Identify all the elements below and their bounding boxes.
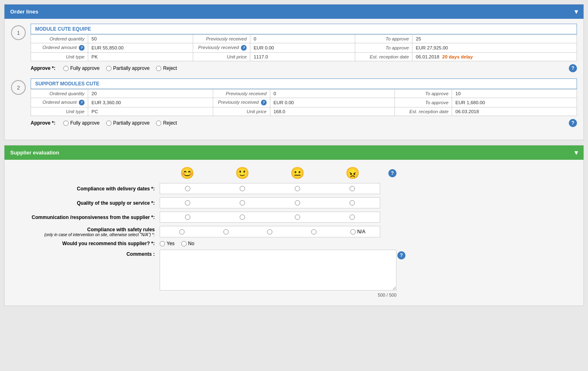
table-row: Unit type PC Unit price 168.0 Est. recep… <box>31 107 577 116</box>
approve-radio-group-2: Fully approve Partially approve Reject <box>63 120 177 126</box>
recommend-yes-radio[interactable] <box>160 241 165 246</box>
supplier-chevron[interactable]: ▾ <box>575 149 578 156</box>
ordered-qty-value-2: 20 <box>88 89 213 98</box>
comments-wrapper: ? 500 / 500 <box>160 250 396 297</box>
line-number-1: 1 <box>11 25 26 40</box>
communication-opt-4[interactable] <box>325 215 380 220</box>
order-line-2: 2 SUPPORT MODULES CUTE Ordered quantity … <box>11 78 577 126</box>
delay-badge-1: 20 days delay <box>442 54 473 59</box>
delivery-radio-4[interactable] <box>350 186 355 191</box>
prev-received-label: Previously received <box>193 35 250 43</box>
comments-help-icon[interactable]: ? <box>397 251 405 259</box>
prev-received-amount-help-icon[interactable]: ? <box>241 45 247 51</box>
approve-help-icon-1[interactable]: ? <box>569 64 577 72</box>
approve-radio-group-1: Fully approve Partially approve Reject <box>63 65 177 71</box>
reject-option-2[interactable]: Reject <box>156 120 177 126</box>
emoji-angry: 😠 <box>345 166 360 180</box>
info-table-1: Ordered quantity 50 Previously received … <box>31 34 577 61</box>
approve-label-2: Approve *: <box>31 120 63 126</box>
communication-opt-1[interactable] <box>160 215 215 220</box>
recommend-no[interactable]: No <box>181 241 194 246</box>
communication-label: Communication /responsiveness from the s… <box>13 215 160 220</box>
unit-price-value-2: 168.0 <box>270 107 395 116</box>
safety-opt-3[interactable] <box>248 229 292 235</box>
safety-opt-1[interactable] <box>160 229 204 235</box>
prev-received-amount-value: EUR 0.00 <box>250 43 355 53</box>
delivery-opt-1[interactable] <box>160 186 215 191</box>
communication-opt-3[interactable] <box>270 215 325 220</box>
quality-radio-1[interactable] <box>185 200 190 206</box>
fully-approve-option-2[interactable]: Fully approve <box>63 120 100 126</box>
partially-approve-radio-1[interactable] <box>106 66 111 71</box>
safety-opt-4[interactable] <box>292 229 336 235</box>
delivery-opt-3[interactable] <box>270 186 325 191</box>
quality-radio-4[interactable] <box>350 200 355 206</box>
recommend-yes[interactable]: Yes <box>160 241 175 246</box>
communication-radio-2[interactable] <box>240 215 245 220</box>
delivery-radio-1[interactable] <box>185 186 190 191</box>
quality-opt-1[interactable] <box>160 200 215 206</box>
comments-textarea[interactable] <box>160 250 396 291</box>
delivery-radio-2[interactable] <box>240 186 245 191</box>
communication-radio-3[interactable] <box>295 215 300 220</box>
reject-radio-2[interactable] <box>156 121 161 126</box>
safety-radio-4[interactable] <box>311 229 316 235</box>
eval-row-safety: Compliance with safety rules (only in ca… <box>13 226 575 237</box>
partially-approve-radio-2[interactable] <box>106 121 111 126</box>
approve-help-icon-2[interactable]: ? <box>569 119 577 127</box>
supplier-help-icon[interactable]: ? <box>388 169 396 177</box>
quality-opt-3[interactable] <box>270 200 325 206</box>
ordered-amount-help-icon-2[interactable]: ? <box>79 100 85 105</box>
delivery-opt-2[interactable] <box>215 186 270 191</box>
safety-radio-1[interactable] <box>179 229 185 235</box>
emoji-col-2: 🙂 <box>215 166 270 180</box>
to-approve-amount-label: To approve <box>355 43 412 53</box>
communication-radio-4[interactable] <box>350 215 355 220</box>
quality-radio-3[interactable] <box>295 200 300 206</box>
eval-row-quality: Quality of the supply or service *: <box>13 197 575 208</box>
reject-radio-1[interactable] <box>156 66 161 71</box>
communication-radio-1[interactable] <box>185 215 190 220</box>
delivery-opt-4[interactable] <box>325 186 380 191</box>
recommend-no-radio[interactable] <box>181 241 187 246</box>
emoji-neutral: 😐 <box>290 166 305 180</box>
to-approve-label-2: To approve <box>395 89 452 98</box>
communication-opt-2[interactable] <box>215 215 270 220</box>
order-lines-chevron[interactable]: ▾ <box>575 8 578 16</box>
emoji-col-3: 😐 <box>270 166 325 180</box>
fully-approve-radio-1[interactable] <box>63 66 69 71</box>
safety-opt-na[interactable]: N/A <box>336 229 380 235</box>
reject-option-1[interactable]: Reject <box>156 65 177 71</box>
communication-options <box>160 212 380 223</box>
fully-approve-option-1[interactable]: Fully approve <box>63 65 100 71</box>
emoji-happy: 😊 <box>180 166 194 180</box>
approve-label-1: Approve *: <box>31 65 63 71</box>
delivery-label: Compliance with delivery dates *: <box>13 186 160 192</box>
safety-opt-2[interactable] <box>204 229 248 235</box>
ordered-amount-help-icon[interactable]: ? <box>79 45 85 51</box>
delivery-radio-3[interactable] <box>295 186 300 191</box>
quality-opt-4[interactable] <box>325 200 380 206</box>
product-title-1: MODULE CUTE EQUIPE <box>31 24 577 34</box>
to-approve-amount-label-2: To approve <box>395 98 452 107</box>
safety-radio-3[interactable] <box>267 229 272 235</box>
emoji-cols: 😊 🙂 😐 😠 <box>160 166 380 180</box>
comments-label: Comments : <box>13 250 160 257</box>
safety-radio-2[interactable] <box>223 229 229 235</box>
unit-price-value: 1117.0 <box>250 53 355 61</box>
quality-radio-2[interactable] <box>240 200 245 206</box>
safety-radio-na[interactable] <box>350 229 356 235</box>
order-line-1: 1 MODULE CUTE EQUIPE Ordered quantity 50… <box>11 24 577 71</box>
eval-row-delivery: Compliance with delivery dates *: <box>13 183 575 194</box>
fully-approve-radio-2[interactable] <box>63 121 69 126</box>
partially-approve-option-2[interactable]: Partially approve <box>106 120 149 126</box>
approve-row-2: Approve *: Fully approve Partially appro… <box>31 120 577 126</box>
info-table-2: Ordered quantity 20 Previously received … <box>31 89 577 116</box>
supplier-evaluation-section: Supplier evaluation ▾ 😊 🙂 😐 😠 ? <box>4 145 584 306</box>
unit-price-label: Unit price <box>193 53 250 61</box>
prev-received-amount-help-icon-2[interactable]: ? <box>261 100 267 105</box>
quality-opt-2[interactable] <box>215 200 270 206</box>
ordered-qty-value: 50 <box>88 35 193 43</box>
prev-received-value-2: 0 <box>270 89 395 98</box>
partially-approve-option-1[interactable]: Partially approve <box>106 65 149 71</box>
